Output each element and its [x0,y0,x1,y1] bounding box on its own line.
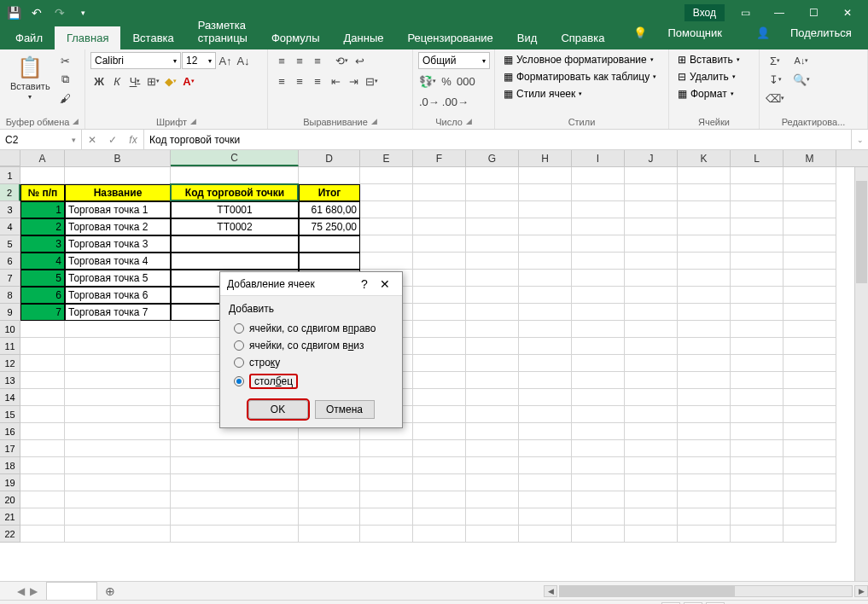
wrap-text-icon[interactable]: ↩ [351,52,368,69]
cell[interactable] [413,355,466,372]
cell[interactable] [572,372,625,389]
cell[interactable] [519,287,572,304]
cell[interactable] [413,184,466,201]
cell[interactable] [299,253,360,270]
cell[interactable] [625,526,678,543]
cell[interactable] [299,457,360,474]
cell[interactable] [625,184,678,201]
cell[interactable] [466,491,519,508]
cell[interactable] [413,338,466,355]
cell[interactable] [678,218,731,235]
cell[interactable] [731,491,784,508]
cell[interactable] [519,218,572,235]
cell[interactable] [65,440,171,457]
cell[interactable] [678,253,731,270]
cell[interactable] [360,440,413,457]
cell[interactable] [20,321,65,338]
cell[interactable] [625,372,678,389]
row-header[interactable]: 19 [0,474,20,491]
paste-button[interactable]: 📋 Вставить ▾ [5,52,55,104]
cell[interactable] [678,491,731,508]
column-header[interactable]: F [413,150,466,166]
cell[interactable] [678,167,731,184]
column-header[interactable]: K [678,150,731,166]
cell[interactable] [519,457,572,474]
cell[interactable] [678,304,731,321]
cell[interactable] [625,321,678,338]
cell[interactable] [678,474,731,491]
row-header[interactable]: 4 [0,218,20,235]
number-format-combo[interactable]: Общий▾ [418,52,490,69]
cell[interactable] [678,457,731,474]
cell[interactable] [678,423,731,440]
cell[interactable] [784,201,836,218]
cell[interactable] [299,167,360,184]
ok-button[interactable]: OK [248,400,308,419]
cell[interactable] [572,201,625,218]
cell[interactable] [731,474,784,491]
cell[interactable] [625,423,678,440]
row-header[interactable]: 16 [0,423,20,440]
cell[interactable] [784,508,836,526]
name-box[interactable]: C2▾ [0,130,82,149]
cell[interactable] [466,338,519,355]
radio-entire-row[interactable]: строку [229,354,393,371]
cell[interactable] [20,338,65,355]
cell[interactable] [413,406,466,423]
dialog-close-icon[interactable]: ✕ [375,277,395,291]
row-header[interactable]: 22 [0,526,20,543]
expand-formula-bar-icon[interactable]: ⌄ [851,130,868,149]
cell-styles-button[interactable]: ▦Стили ячеек▾ [500,86,660,102]
cell[interactable] [65,526,171,543]
cell[interactable] [625,474,678,491]
cell[interactable] [625,491,678,508]
cell[interactable] [65,508,171,526]
cell[interactable] [572,491,625,508]
accounting-icon[interactable]: 💱▾ [418,73,437,90]
column-header[interactable]: B [65,150,171,166]
cell[interactable] [20,526,65,543]
cell[interactable]: 7 [20,304,65,321]
cut-icon[interactable]: ✂ [57,52,74,69]
cell[interactable] [625,167,678,184]
cell[interactable] [413,167,466,184]
cell[interactable] [519,423,572,440]
alignment-launcher-icon[interactable]: ◢ [371,117,377,127]
cell[interactable]: Торговая точка 7 [65,304,171,321]
cell[interactable] [65,457,171,474]
cell[interactable]: Торговая точка 6 [65,287,171,304]
tab-view[interactable]: Вид [505,26,550,49]
cell[interactable] [678,508,731,526]
cell[interactable] [65,423,171,440]
cell[interactable] [731,338,784,355]
cell[interactable] [299,474,360,491]
row-header[interactable]: 9 [0,304,20,321]
cell[interactable] [625,389,678,406]
cell[interactable] [572,355,625,372]
orientation-icon[interactable]: ⟲▾ [333,52,350,69]
bold-button[interactable]: Ж [90,73,108,90]
cell[interactable] [731,406,784,423]
cell[interactable] [678,389,731,406]
cell[interactable] [731,218,784,235]
cell[interactable] [784,184,836,201]
row-header[interactable]: 3 [0,201,20,218]
decrease-indent-icon[interactable]: ⇤ [327,73,344,90]
cell[interactable] [572,526,625,543]
cell[interactable] [360,184,413,201]
tell-me-button[interactable]: 💡Помощник [616,16,739,49]
cell[interactable] [171,253,299,270]
insert-function-icon[interactable]: fx [123,134,143,146]
fill-icon[interactable]: ↧▾ [765,71,785,88]
cell[interactable] [731,440,784,457]
cell[interactable] [519,355,572,372]
cell[interactable] [731,457,784,474]
row-header[interactable]: 20 [0,491,20,508]
cell[interactable] [466,167,519,184]
radio-entire-column[interactable]: столбец [229,371,393,392]
cell[interactable] [784,167,836,184]
cell[interactable] [466,253,519,270]
cell[interactable] [360,201,413,218]
cell[interactable] [360,491,413,508]
cell[interactable]: № п/п [20,184,65,201]
